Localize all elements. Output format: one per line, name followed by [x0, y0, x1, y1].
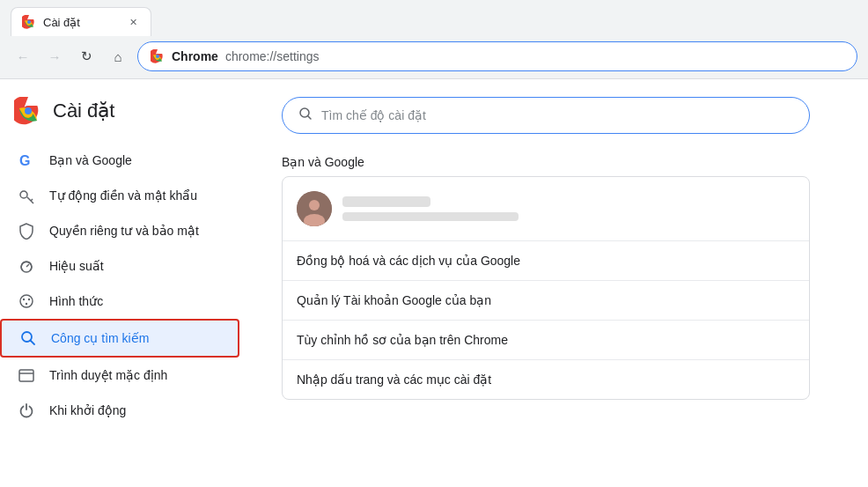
- refresh-button[interactable]: ↻: [74, 44, 99, 69]
- address-url: chrome://settings: [225, 49, 320, 63]
- search-input[interactable]: Tìm chế độ cài đặt: [321, 108, 793, 122]
- chrome-logo: [14, 97, 42, 125]
- section-title: Bạn và Google: [282, 155, 833, 169]
- sidebar-item-label: Hình thức: [49, 294, 103, 308]
- card-item-tuy-chinh-ho-so[interactable]: Tùy chỉnh hồ sơ của bạn trên Chrome: [283, 321, 809, 360]
- shield-icon: [18, 222, 35, 240]
- sidebar-item-hinh-thuc[interactable]: Hình thức: [0, 284, 232, 319]
- sidebar-item-cong-cu-tim-kiem[interactable]: Công cụ tìm kiếm: [0, 319, 239, 358]
- svg-point-5: [25, 107, 32, 114]
- tab-title: Cài đặt: [43, 16, 119, 29]
- search-icon: [19, 329, 37, 347]
- sidebar-item-ban-va-google[interactable]: G Bạn và Google: [0, 143, 232, 178]
- profile-email-blurred: [342, 212, 519, 221]
- svg-point-23: [309, 200, 320, 210]
- profile-info: [342, 196, 795, 221]
- card-item-dong-bo-hoa[interactable]: Đồng bộ hoá và các dịch vụ của Google: [283, 241, 809, 281]
- svg-point-7: [20, 191, 27, 198]
- browser-icon: [18, 366, 35, 384]
- svg-point-15: [26, 303, 27, 305]
- active-tab[interactable]: Cài đặt ✕: [11, 7, 151, 36]
- back-button[interactable]: ←: [11, 44, 35, 69]
- sidebar-item-label: Hiệu suất: [49, 259, 104, 273]
- svg-text:G: G: [19, 153, 30, 168]
- svg-line-11: [26, 264, 29, 267]
- sidebar-item-quyen-rieng-tu[interactable]: Quyền riêng tư và bảo mật: [0, 213, 232, 248]
- search-bar[interactable]: Tìm chế độ cài đặt: [282, 97, 810, 134]
- gauge-icon: [18, 257, 35, 275]
- forward-button[interactable]: →: [42, 44, 67, 69]
- profile-name-blurred: [342, 196, 430, 207]
- svg-line-17: [31, 341, 35, 345]
- svg-point-14: [28, 299, 30, 300]
- power-icon: [18, 402, 35, 419]
- svg-rect-18: [19, 370, 33, 381]
- sidebar-item-label: Bạn và Google: [49, 153, 132, 167]
- card-item-nhap-dau-trang[interactable]: Nhập dấu trang và các mục cài đặt: [283, 360, 809, 399]
- search-bar-icon: [298, 107, 313, 124]
- sidebar-page-title: Cài đặt: [53, 100, 114, 122]
- svg-line-8: [27, 197, 33, 203]
- home-button[interactable]: ⌂: [106, 44, 130, 69]
- avatar: [297, 191, 332, 226]
- svg-line-9: [31, 199, 33, 201]
- tab-close-button[interactable]: ✕: [126, 15, 140, 29]
- main-content: Tìm chế độ cài đặt Bạn và Google: [246, 79, 868, 487]
- address-app-name: Chrome: [172, 49, 218, 63]
- svg-line-21: [308, 116, 312, 120]
- sidebar: Cài đặt G Bạn và Google Tự động điền và …: [0, 79, 246, 487]
- settings-page: Cài đặt G Bạn và Google Tự động điền và …: [0, 79, 868, 487]
- sidebar-item-tu-dong-dien[interactable]: Tự động điền và mật khẩu: [0, 178, 232, 213]
- svg-point-3: [156, 55, 159, 58]
- svg-point-13: [23, 299, 25, 300]
- browser-chrome: Cài đặt ✕ ← → ↻ ⌂ Chrome chrome://settin…: [0, 0, 868, 79]
- sidebar-item-hieu-suat[interactable]: Hiệu suất: [0, 248, 232, 284]
- sidebar-header: Cài đặt: [0, 97, 246, 143]
- svg-point-1: [27, 20, 31, 24]
- sidebar-item-label: Tự động điền và mật khẩu: [49, 188, 197, 203]
- g-icon: G: [18, 151, 35, 169]
- address-bar-favicon: [151, 49, 165, 63]
- address-bar[interactable]: Chrome chrome://settings: [137, 41, 857, 71]
- tab-favicon: [22, 15, 36, 29]
- key-icon: [18, 187, 35, 204]
- sidebar-item-label: Trình duyệt mặc định: [49, 368, 167, 382]
- sidebar-item-label: Công cụ tìm kiếm: [51, 331, 149, 345]
- address-bar-row: ← → ↻ ⌂ Chrome chrome://settings: [0, 36, 868, 78]
- sidebar-item-khi-khoi-dong[interactable]: Khi khởi động: [0, 393, 232, 428]
- profile-row[interactable]: [283, 177, 809, 241]
- sidebar-item-trinh-duyet-mac-dinh[interactable]: Trình duyệt mặc định: [0, 358, 232, 393]
- palette-icon: [18, 292, 35, 310]
- sidebar-item-label: Quyền riêng tư và bảo mật: [49, 224, 199, 238]
- sidebar-item-label: Khi khởi động: [49, 403, 126, 417]
- tab-bar: Cài đặt ✕: [0, 0, 868, 36]
- settings-card: Đồng bộ hoá và các dịch vụ của Google Qu…: [282, 176, 810, 400]
- svg-point-12: [20, 295, 33, 307]
- card-item-quan-ly-tai-khoan[interactable]: Quản lý Tài khoản Google của bạn: [283, 281, 809, 321]
